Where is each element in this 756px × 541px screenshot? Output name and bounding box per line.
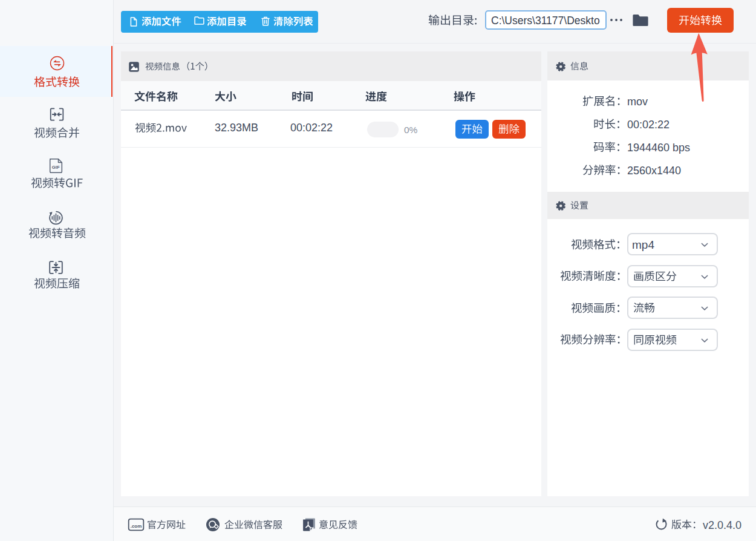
svg-text:.com: .com bbox=[131, 523, 142, 529]
svg-text:GIF: GIF bbox=[52, 165, 60, 170]
